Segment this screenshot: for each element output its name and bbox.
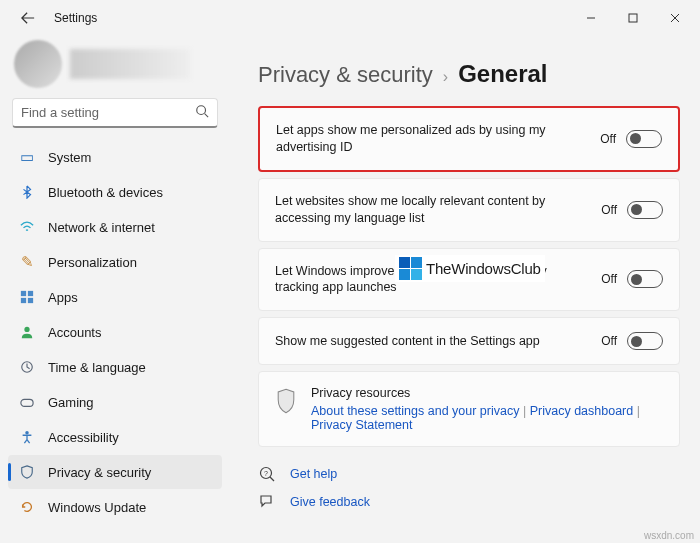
svg-rect-4 — [21, 291, 26, 296]
chevron-right-icon: › — [443, 68, 448, 86]
link-privacy-dashboard[interactable]: Privacy dashboard — [530, 404, 634, 418]
account-name-blurred — [70, 49, 190, 79]
setting-language-list: Let websites show me locally relevant co… — [258, 178, 680, 242]
sidebar: Find a setting ▭ System Bluetooth & devi… — [0, 36, 230, 543]
svg-rect-5 — [28, 291, 33, 296]
feedback-icon — [258, 493, 276, 511]
back-button[interactable] — [12, 2, 44, 34]
sidebar-item-label: Accessibility — [48, 430, 119, 445]
search-input[interactable]: Find a setting — [12, 98, 218, 128]
breadcrumb-parent[interactable]: Privacy & security — [258, 62, 433, 88]
setting-label: Show me suggested content in the Setting… — [275, 333, 591, 350]
setting-suggested-content: Show me suggested content in the Setting… — [258, 317, 680, 365]
window-controls — [570, 4, 696, 32]
search-placeholder: Find a setting — [21, 105, 195, 120]
svg-text:?: ? — [264, 470, 268, 477]
svg-line-13 — [270, 477, 274, 481]
resources-title: Privacy resources — [311, 386, 663, 400]
link-about-settings[interactable]: About these settings and your privacy — [311, 404, 519, 418]
toggle-language-list[interactable] — [627, 201, 663, 219]
sidebar-item-label: System — [48, 150, 91, 165]
title-bar: Settings — [0, 0, 700, 36]
update-icon — [18, 498, 36, 516]
maximize-icon — [628, 13, 638, 23]
sidebar-item-label: Time & language — [48, 360, 146, 375]
sidebar-item-system[interactable]: ▭ System — [8, 140, 222, 174]
toggle-state-label: Off — [601, 272, 617, 286]
toggle-app-launches[interactable] — [627, 270, 663, 288]
window-title: Settings — [54, 11, 97, 25]
close-icon — [670, 13, 680, 23]
svg-point-2 — [197, 106, 206, 115]
sidebar-item-label: Privacy & security — [48, 465, 151, 480]
sidebar-item-label: Accounts — [48, 325, 101, 340]
accessibility-icon — [18, 428, 36, 446]
sidebar-item-personalization[interactable]: ✎ Personalization — [8, 245, 222, 279]
wifi-icon — [18, 218, 36, 236]
privacy-resources-card: Privacy resources About these settings a… — [258, 371, 680, 447]
svg-point-11 — [25, 431, 29, 435]
toggle-state-label: Off — [601, 334, 617, 348]
svg-rect-7 — [28, 298, 33, 303]
sidebar-item-label: Network & internet — [48, 220, 155, 235]
bluetooth-icon — [18, 183, 36, 201]
system-icon: ▭ — [18, 148, 36, 166]
svg-rect-10 — [21, 399, 33, 406]
close-button[interactable] — [654, 4, 696, 32]
apps-icon — [18, 288, 36, 306]
avatar — [14, 40, 62, 88]
setting-advertising-id: Let apps show me personalized ads by usi… — [258, 106, 680, 172]
get-help-link[interactable]: ? Get help — [258, 465, 680, 483]
svg-point-8 — [24, 327, 29, 332]
toggle-state-label: Off — [600, 132, 616, 146]
give-feedback-link[interactable]: Give feedback — [258, 493, 680, 511]
sidebar-item-accessibility[interactable]: Accessibility — [8, 420, 222, 454]
maximize-button[interactable] — [612, 4, 654, 32]
svg-line-3 — [205, 114, 209, 118]
page-title: General — [458, 60, 547, 88]
watermark-logo: TheWindowsClub — [395, 255, 545, 282]
sidebar-item-network[interactable]: Network & internet — [8, 210, 222, 244]
credit-text: wsxdn.com — [644, 530, 694, 541]
setting-label: Let apps show me personalized ads by usi… — [276, 122, 590, 156]
nav-list: ▭ System Bluetooth & devices Network & i… — [8, 140, 222, 524]
sidebar-item-label: Gaming — [48, 395, 94, 410]
sidebar-item-privacy[interactable]: Privacy & security — [8, 455, 222, 489]
sidebar-item-gaming[interactable]: Gaming — [8, 385, 222, 419]
breadcrumb: Privacy & security › General — [258, 60, 680, 88]
sidebar-item-accounts[interactable]: Accounts — [8, 315, 222, 349]
setting-label: Let websites show me locally relevant co… — [275, 193, 591, 227]
toggle-advertising-id[interactable] — [626, 130, 662, 148]
minimize-icon — [586, 13, 596, 23]
help-icon: ? — [258, 465, 276, 483]
toggle-suggested-content[interactable] — [627, 332, 663, 350]
sidebar-item-label: Bluetooth & devices — [48, 185, 163, 200]
sidebar-item-label: Personalization — [48, 255, 137, 270]
sidebar-item-apps[interactable]: Apps — [8, 280, 222, 314]
clock-icon — [18, 358, 36, 376]
account-header[interactable] — [8, 36, 222, 92]
minimize-button[interactable] — [570, 4, 612, 32]
sidebar-item-label: Apps — [48, 290, 78, 305]
search-icon — [195, 104, 209, 121]
footer-link-label: Give feedback — [290, 495, 370, 509]
footer-links: ? Get help Give feedback — [258, 465, 680, 511]
sidebar-item-label: Windows Update — [48, 500, 146, 515]
link-privacy-statement[interactable]: Privacy Statement — [311, 418, 412, 432]
footer-link-label: Get help — [290, 467, 337, 481]
person-icon — [18, 323, 36, 341]
sidebar-item-time[interactable]: Time & language — [8, 350, 222, 384]
gaming-icon — [18, 393, 36, 411]
sidebar-item-update[interactable]: Windows Update — [8, 490, 222, 524]
svg-rect-1 — [629, 14, 637, 22]
shield-icon — [275, 386, 297, 417]
shield-icon — [18, 463, 36, 481]
arrow-left-icon — [21, 11, 35, 25]
windows-logo-icon — [399, 257, 422, 280]
main-content: Privacy & security › General Let apps sh… — [230, 36, 700, 543]
toggle-state-label: Off — [601, 203, 617, 217]
brush-icon: ✎ — [18, 253, 36, 271]
svg-rect-6 — [21, 298, 26, 303]
sidebar-item-bluetooth[interactable]: Bluetooth & devices — [8, 175, 222, 209]
watermark-text: TheWindowsClub — [426, 260, 541, 277]
